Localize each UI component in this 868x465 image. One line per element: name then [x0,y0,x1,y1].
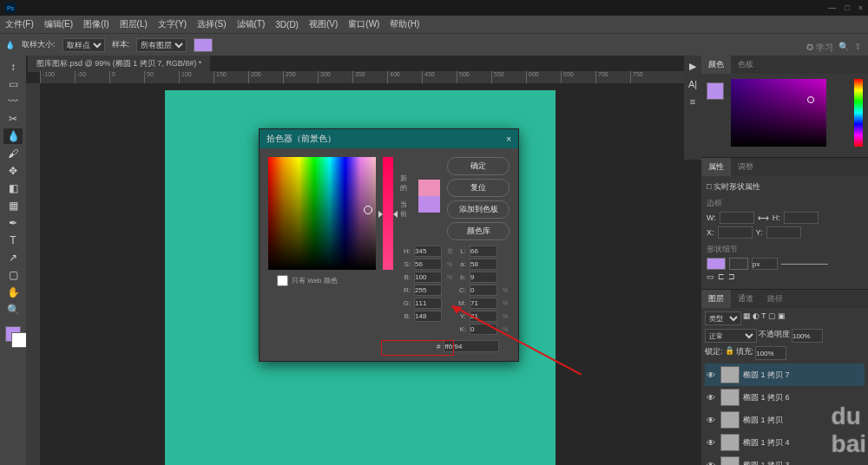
paragraph-icon[interactable]: ≡ [690,96,695,107]
color-swatch[interactable] [707,82,724,100]
props-w-input[interactable] [720,212,754,224]
move-tool[interactable]: ↕ [3,59,23,75]
menu-layer[interactable]: 图层(L) [120,18,148,30]
filter-pixel-icon[interactable]: ▦ [743,311,751,325]
h-input[interactable] [414,246,442,257]
learn-icon[interactable]: ✪ 学习 [806,42,833,54]
add-swatch-button[interactable]: 添加到色板 [447,200,510,219]
props-x-input[interactable] [718,226,753,239]
s-input[interactable] [414,259,442,270]
eyedropper-icon[interactable]: 💧 [5,41,15,49]
link-icon[interactable]: ⟷ [758,213,769,222]
layer-thumb[interactable] [720,456,740,465]
picker-field[interactable] [268,157,376,270]
join-icon[interactable]: ⊐ [728,272,735,281]
layer-thumb[interactable] [720,434,740,451]
layer-thumb[interactable] [720,411,740,429]
panel-tab-paths[interactable]: 路径 [760,290,790,308]
menu-edit[interactable]: 编辑(E) [44,18,73,30]
panel-tab-channels[interactable]: 通道 [731,290,760,308]
panel-tab-color[interactable]: 颜色 [701,56,731,74]
layer-thumb[interactable] [720,389,740,406]
menu-filter[interactable]: 滤镜(T) [237,18,266,30]
panel-tab-swatches[interactable]: 色板 [731,56,760,74]
align-icon[interactable]: ▭ [707,272,714,281]
b-input[interactable] [470,272,497,283]
layer-kind-select[interactable]: 类型 [705,311,741,325]
eyedropper-tool[interactable]: 💧 [3,128,23,144]
visibility-icon[interactable]: 👁 [707,370,717,380]
menu-image[interactable]: 图像(I) [83,18,108,30]
web-only-checkbox[interactable] [277,275,288,286]
stroke-width-input[interactable] [752,258,778,270]
a-input[interactable] [470,259,497,270]
gradient-tool[interactable]: ▦ [3,198,23,213]
ok-button[interactable]: 确定 [447,157,510,175]
foreground-color[interactable] [5,326,21,342]
k-input[interactable] [470,324,497,335]
visibility-icon[interactable]: 👁 [707,393,717,403]
lasso-tool[interactable]: 〰 [3,94,23,109]
win-min-icon[interactable]: — [828,3,836,12]
stroke-style[interactable]: —————— [781,259,828,268]
panel-tab-properties[interactable]: 属性 [701,158,731,176]
filter-type-icon[interactable]: T [761,311,766,325]
picker-hue-slider[interactable] [383,157,393,270]
filter-smart-icon[interactable]: ▣ [778,311,786,325]
zoom-tool[interactable]: 🔍 [3,302,23,318]
options-size-select[interactable]: 取样点 [62,38,105,52]
visibility-icon[interactable]: 👁 [707,438,717,448]
filter-adj-icon[interactable]: ◐ [753,311,760,325]
document-tab[interactable]: 图库图标.psd @ 99% (椭圆 1 拷贝 7, RGB/8#) * [28,56,210,72]
shape-tool[interactable]: ▢ [3,267,23,283]
filter-shape-icon[interactable]: ▢ [768,311,776,325]
y-input[interactable] [470,311,497,322]
type-tool[interactable]: T [3,232,23,248]
stroke-swatch[interactable] [729,258,748,270]
l-input[interactable] [470,246,497,257]
g-input[interactable] [414,298,442,309]
r-input[interactable] [414,285,442,296]
lock-all-icon[interactable]: 🔒 [725,346,734,360]
options-sample-select[interactable]: 所有图层 [136,38,187,52]
hue-strip[interactable] [854,79,863,147]
color-field[interactable] [731,79,826,147]
props-h-input[interactable] [784,212,819,224]
opacity-input[interactable] [792,329,823,343]
layer-row[interactable]: 👁椭圆 1 拷贝 7 [705,363,865,386]
win-close-icon[interactable]: × [858,3,863,12]
fill-input[interactable] [755,346,786,360]
options-swatch[interactable] [194,38,213,52]
blue-input[interactable] [414,311,442,322]
marquee-tool[interactable]: ▭ [3,76,23,92]
props-y-input[interactable] [766,226,801,239]
visibility-icon[interactable]: 👁 [707,461,717,466]
reset-button[interactable]: 复位 [447,179,510,197]
menu-select[interactable]: 选择(S) [197,18,226,30]
panel-tab-adjustments[interactable]: 调整 [731,158,760,176]
layer-thumb[interactable] [720,366,740,383]
cap-icon[interactable]: ⊏ [718,272,725,281]
search-icon[interactable]: 🔍 [838,42,849,54]
color-panel[interactable] [701,74,868,157]
c-input[interactable] [470,285,497,296]
color-libraries-button[interactable]: 颜色库 [447,222,510,240]
menu-view[interactable]: 视图(V) [309,18,338,30]
menu-type[interactable]: 文字(Y) [158,18,187,30]
bv-input[interactable] [414,272,442,283]
pen-tool[interactable]: ✒ [3,215,23,231]
menu-window[interactable]: 窗口(W) [348,18,379,30]
visibility-icon[interactable]: 👁 [707,416,717,425]
menu-3d[interactable]: 3D(D) [275,20,299,29]
blend-mode-select[interactable]: 正常 [705,329,757,343]
menu-file[interactable]: 文件(F) [5,18,34,30]
history-icon[interactable]: ▶ [689,61,696,72]
eraser-tool[interactable]: ◧ [3,180,23,196]
m-input[interactable] [470,298,497,309]
fill-swatch[interactable] [707,258,726,270]
path-tool[interactable]: ↗ [3,250,23,265]
menu-help[interactable]: 帮助(H) [390,18,419,30]
hand-tool[interactable]: ✋ [3,285,23,300]
character-icon[interactable]: A| [688,79,697,89]
crop-tool[interactable]: ✂ [3,111,23,127]
